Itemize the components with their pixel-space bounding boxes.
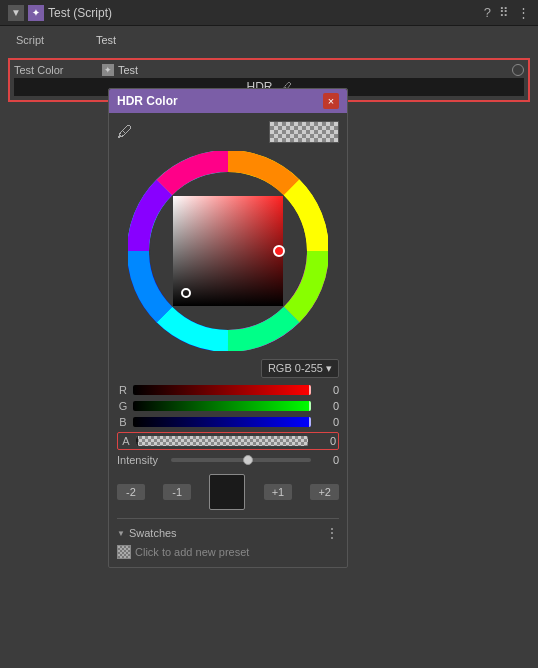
stop-plus1-button[interactable]: +1 (264, 484, 293, 500)
color-wheel-container[interactable] (128, 151, 328, 351)
test-row: Test Color ✦ Test (14, 64, 524, 76)
triangle-icon: ▼ (117, 529, 125, 538)
hue-handle[interactable] (273, 245, 285, 257)
green-slider[interactable] (133, 401, 311, 411)
saturation-handle[interactable] (181, 288, 191, 298)
stop-plus2-button[interactable]: +2 (310, 484, 339, 500)
swatches-add-label: Click to add new preset (135, 546, 249, 558)
layout-button[interactable]: ⠿ (499, 5, 509, 20)
alpha-label: A (120, 435, 132, 447)
swatches-section: ▼ Swatches ⋮ Click to add new preset (117, 518, 339, 559)
stop-current-button[interactable] (209, 474, 245, 510)
mode-button[interactable]: RGB 0-255 ▾ (261, 359, 339, 378)
script-icon: ✦ (28, 5, 44, 21)
swatches-title-text: Swatches (129, 527, 177, 539)
test-name: Test (118, 64, 138, 76)
green-value: 0 (315, 400, 339, 412)
intensity-value: 0 (315, 454, 339, 466)
top-bar-actions: ? ⠿ ⋮ (484, 5, 530, 20)
intensity-slider[interactable] (171, 458, 311, 462)
green-slider-row: G 0 (117, 400, 339, 412)
unity-icon: ▼ (8, 5, 24, 21)
stop-minus1-button[interactable]: -1 (163, 484, 191, 500)
swatches-menu-button[interactable]: ⋮ (325, 525, 339, 541)
red-label: R (117, 384, 129, 396)
color-square[interactable] (173, 196, 283, 306)
dialog-body: 🖊 (109, 113, 347, 567)
script-row: Script Test (8, 30, 530, 50)
swatches-add-icon (117, 545, 131, 559)
blue-value: 0 (315, 416, 339, 428)
red-slider-row: R 0 (117, 384, 339, 396)
intensity-row: Intensity 0 (117, 454, 339, 466)
swatches-header: ▼ Swatches ⋮ (117, 525, 339, 541)
blue-slider[interactable] (133, 417, 311, 427)
testcolor-label: Test Color (14, 64, 94, 76)
hdr-color-dialog: HDR Color × 🖊 (108, 88, 348, 568)
alpha-row-wrapper: A 0 (117, 432, 339, 450)
test-field: ✦ Test (102, 64, 138, 76)
color-gradient[interactable] (173, 196, 283, 306)
target-circle[interactable] (512, 64, 524, 76)
blue-label: B (117, 416, 129, 428)
swatches-add-row[interactable]: Click to add new preset (117, 545, 339, 559)
script-label: Script (16, 34, 96, 46)
menu-button[interactable]: ⋮ (517, 5, 530, 20)
help-button[interactable]: ? (484, 5, 491, 20)
alpha-value: 0 (312, 435, 336, 447)
dialog-title: HDR Color (117, 94, 178, 108)
swatches-title: ▼ Swatches (117, 527, 177, 539)
stops-row: -2 -1 +1 +2 (117, 474, 339, 510)
blue-slider-row: B 0 (117, 416, 339, 428)
script-small-icon: ✦ (102, 64, 114, 76)
red-value: 0 (315, 384, 339, 396)
alpha-slider[interactable] (136, 436, 308, 446)
window-title: Test (Script) (48, 6, 484, 20)
stop-minus2-button[interactable]: -2 (117, 484, 145, 500)
red-slider[interactable] (133, 385, 311, 395)
green-label: G (117, 400, 129, 412)
intensity-thumb[interactable] (243, 455, 253, 465)
inspector-panel: Script Test (0, 26, 538, 54)
dialog-title-bar: HDR Color × (109, 89, 347, 113)
color-preview (269, 121, 339, 143)
dialog-close-button[interactable]: × (323, 93, 339, 109)
dialog-top-row: 🖊 (117, 121, 339, 143)
intensity-label: Intensity (117, 454, 167, 466)
mode-selector: RGB 0-255 ▾ (117, 359, 339, 378)
alpha-slider-row: A 0 (120, 435, 336, 447)
top-bar: ▼ ✦ Test (Script) ? ⠿ ⋮ (0, 0, 538, 26)
eyedropper-button[interactable]: 🖊 (117, 123, 133, 141)
script-value: Test (96, 34, 116, 46)
